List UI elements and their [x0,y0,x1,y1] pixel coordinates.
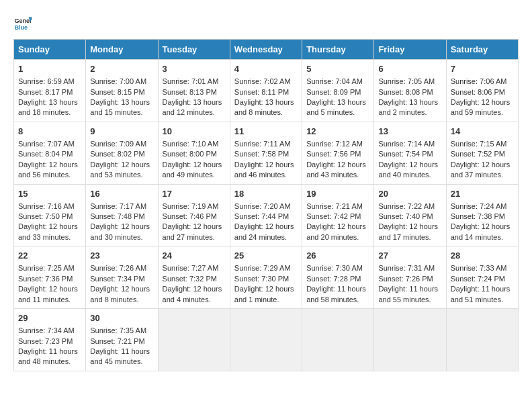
sunset-text: Sunset: 7:52 PM [451,150,505,158]
sunset-text: Sunset: 8:02 PM [90,150,144,158]
calendar-week-row: 1Sunrise: 6:59 AMSunset: 8:17 PMDaylight… [14,60,519,122]
sunrise-text: Sunrise: 7:04 AM [306,77,363,85]
sunrise-text: Sunrise: 7:19 AM [163,202,219,210]
sunset-text: Sunset: 7:48 PM [90,212,144,220]
day-number: 9 [90,126,153,138]
column-header-monday: Monday [86,40,158,60]
daylight-text: Daylight: 12 hours and 59 minutes. [451,98,511,116]
daylight-text: Daylight: 12 hours and 40 minutes. [378,161,438,179]
sunrise-text: Sunrise: 7:33 AM [451,264,507,272]
sunset-text: Sunset: 7:24 PM [451,275,505,283]
daylight-text: Daylight: 12 hours and 49 minutes. [163,161,222,179]
sunrise-text: Sunrise: 7:22 AM [378,202,435,210]
calendar-cell: 17Sunrise: 7:19 AMSunset: 7:46 PMDayligh… [158,184,230,246]
calendar-week-row: 22Sunrise: 7:25 AMSunset: 7:36 PMDayligh… [14,246,519,309]
calendar-cell: 16Sunrise: 7:17 AMSunset: 7:48 PMDayligh… [86,184,158,246]
calendar-week-row: 8Sunrise: 7:07 AMSunset: 8:04 PMDaylight… [14,122,519,184]
sunset-text: Sunset: 8:09 PM [306,88,361,96]
sunset-text: Sunset: 8:15 PM [90,88,144,96]
sunrise-text: Sunrise: 7:01 AM [163,77,219,85]
calendar-cell: 10Sunrise: 7:10 AMSunset: 8:00 PMDayligh… [158,122,230,184]
calendar-cell: 29Sunrise: 7:34 AMSunset: 7:23 PMDayligh… [14,309,86,371]
sunrise-text: Sunrise: 7:27 AM [163,264,219,272]
daylight-text: Daylight: 12 hours and 24 minutes. [234,222,294,240]
daylight-text: Daylight: 12 hours and 20 minutes. [306,222,366,240]
daylight-text: Daylight: 12 hours and 46 minutes. [234,161,294,179]
daylight-text: Daylight: 12 hours and 14 minutes. [451,222,511,240]
calendar-header-row: SundayMondayTuesdayWednesdayThursdayFrid… [14,40,519,60]
day-number: 7 [451,63,514,75]
day-number: 28 [451,250,514,262]
column-header-friday: Friday [374,40,446,60]
sunrise-text: Sunrise: 7:11 AM [234,140,291,148]
daylight-text: Daylight: 12 hours and 37 minutes. [451,161,511,179]
daylight-text: Daylight: 13 hours and 12 minutes. [163,98,222,116]
calendar-week-row: 15Sunrise: 7:16 AMSunset: 7:50 PMDayligh… [14,184,519,246]
calendar-cell [374,309,446,371]
calendar-cell: 22Sunrise: 7:25 AMSunset: 7:36 PMDayligh… [14,246,86,309]
calendar-cell: 9Sunrise: 7:09 AMSunset: 8:02 PMDaylight… [86,122,158,184]
calendar-cell [446,309,518,371]
sunrise-text: Sunrise: 7:12 AM [306,140,363,148]
sunrise-text: Sunrise: 7:31 AM [378,264,435,272]
daylight-text: Daylight: 13 hours and 5 minutes. [306,98,366,116]
daylight-text: Daylight: 13 hours and 8 minutes. [234,98,294,116]
calendar-cell: 11Sunrise: 7:11 AMSunset: 7:58 PMDayligh… [230,122,302,184]
day-number: 12 [306,126,369,138]
sunrise-text: Sunrise: 7:09 AM [90,140,146,148]
calendar-cell: 5Sunrise: 7:04 AMSunset: 8:09 PMDaylight… [302,60,374,122]
calendar-cell: 21Sunrise: 7:24 AMSunset: 7:38 PMDayligh… [446,184,518,246]
sunset-text: Sunset: 8:00 PM [163,150,217,158]
calendar-cell: 2Sunrise: 7:00 AMSunset: 8:15 PMDaylight… [86,60,158,122]
day-number: 22 [18,250,81,262]
day-number: 29 [18,312,81,324]
daylight-text: Daylight: 12 hours and 8 minutes. [90,285,150,303]
daylight-text: Daylight: 12 hours and 27 minutes. [163,222,222,240]
daylight-text: Daylight: 12 hours and 56 minutes. [18,161,78,179]
daylight-text: Daylight: 12 hours and 53 minutes. [90,161,150,179]
sunset-text: Sunset: 7:28 PM [306,275,361,283]
sunrise-text: Sunrise: 7:24 AM [451,202,507,210]
calendar-cell: 1Sunrise: 6:59 AMSunset: 8:17 PMDaylight… [14,60,86,122]
calendar-cell: 6Sunrise: 7:05 AMSunset: 8:08 PMDaylight… [374,60,446,122]
sunset-text: Sunset: 7:23 PM [18,337,73,345]
sunset-text: Sunset: 7:32 PM [163,275,217,283]
page-header: General Blue [13,13,519,32]
daylight-text: Daylight: 11 hours and 51 minutes. [451,285,511,303]
calendar-week-row: 29Sunrise: 7:34 AMSunset: 7:23 PMDayligh… [14,309,519,371]
day-number: 16 [90,188,153,200]
sunrise-text: Sunrise: 7:02 AM [234,77,291,85]
day-number: 30 [90,312,153,324]
calendar-cell: 4Sunrise: 7:02 AMSunset: 8:11 PMDaylight… [230,60,302,122]
sunset-text: Sunset: 7:34 PM [90,275,144,283]
sunrise-text: Sunrise: 7:16 AM [18,202,75,210]
calendar-cell [158,309,230,371]
sunset-text: Sunset: 7:40 PM [378,212,433,220]
day-number: 26 [306,250,369,262]
sunset-text: Sunset: 7:58 PM [234,150,289,158]
calendar-cell: 7Sunrise: 7:06 AMSunset: 8:06 PMDaylight… [446,60,518,122]
day-number: 27 [378,250,441,262]
calendar-cell: 15Sunrise: 7:16 AMSunset: 7:50 PMDayligh… [14,184,86,246]
day-number: 19 [306,188,369,200]
calendar-cell: 23Sunrise: 7:26 AMSunset: 7:34 PMDayligh… [86,246,158,309]
calendar-cell: 18Sunrise: 7:20 AMSunset: 7:44 PMDayligh… [230,184,302,246]
sunrise-text: Sunrise: 7:10 AM [163,140,219,148]
sunset-text: Sunset: 8:04 PM [18,150,73,158]
day-number: 21 [451,188,514,200]
daylight-text: Daylight: 12 hours and 4 minutes. [163,285,222,303]
sunset-text: Sunset: 7:42 PM [306,212,361,220]
calendar-cell: 3Sunrise: 7:01 AMSunset: 8:13 PMDaylight… [158,60,230,122]
sunset-text: Sunset: 7:36 PM [18,275,73,283]
day-number: 2 [90,63,153,75]
day-number: 10 [163,126,226,138]
day-number: 4 [234,63,298,75]
daylight-text: Daylight: 13 hours and 2 minutes. [378,98,438,116]
calendar-cell: 25Sunrise: 7:29 AMSunset: 7:30 PMDayligh… [230,246,302,309]
day-number: 1 [18,63,81,75]
calendar-cell: 26Sunrise: 7:30 AMSunset: 7:28 PMDayligh… [302,246,374,309]
day-number: 13 [378,126,441,138]
sunset-text: Sunset: 7:56 PM [306,150,361,158]
calendar-cell: 27Sunrise: 7:31 AMSunset: 7:26 PMDayligh… [374,246,446,309]
sunrise-text: Sunrise: 7:20 AM [234,202,291,210]
